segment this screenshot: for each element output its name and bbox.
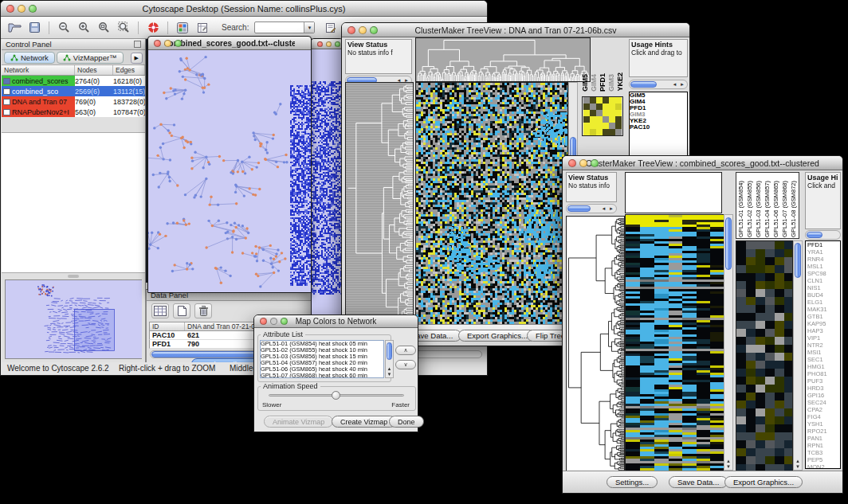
hints-hscrollbar[interactable]: [805, 230, 841, 240]
attribute-list[interactable]: GPL51-01 (GSM854) heat shock 05 minGPL51…: [260, 340, 384, 378]
gene-list-item[interactable]: YSH1: [807, 420, 840, 428]
control-panel-tab[interactable]: Network: [4, 52, 55, 64]
gene-list-item[interactable]: ELG1: [807, 299, 840, 306]
zoom-button[interactable]: [175, 40, 182, 47]
gene-list-item[interactable]: HMG1: [807, 363, 840, 370]
window-titlebar[interactable]: ClusterMaker TreeView : DNA and Tran 07-…: [342, 23, 689, 37]
import-table-button[interactable]: [194, 19, 211, 37]
gene-list-item[interactable]: VIP1: [807, 334, 840, 342]
network-tree-area[interactable]: [2, 132, 145, 273]
close-button[interactable]: [317, 41, 323, 47]
more-tabs-button[interactable]: ▶: [131, 53, 143, 64]
create-vizmap-button[interactable]: Create Vizmap: [332, 416, 396, 428]
speed-slider-thumb[interactable]: [332, 391, 340, 400]
close-button[interactable]: [347, 26, 355, 34]
export-graphics-button[interactable]: Export Graphics...: [724, 476, 803, 488]
move-down-button[interactable]: ∨: [395, 360, 416, 369]
gene-list-item[interactable]: KAP95: [807, 320, 840, 327]
window-titlebar[interactable]: ClusterMaker TreeView : combined_scores_…: [563, 156, 842, 170]
scrollbar-arrows[interactable]: ▲▼: [386, 366, 393, 377]
help-lifering-icon[interactable]: [144, 19, 162, 37]
close-button[interactable]: [260, 318, 267, 325]
scrollbar-thumb[interactable]: [807, 232, 822, 238]
zoom-in-button[interactable]: [75, 19, 92, 37]
plugins-button[interactable]: [174, 19, 191, 37]
gene-list-item[interactable]: SEC24: [807, 399, 840, 406]
close-button[interactable]: [568, 159, 576, 167]
scrollbar-thumb[interactable]: [387, 342, 392, 360]
network-overview-canvas[interactable]: [6, 280, 142, 358]
float-panel-icon[interactable]: [134, 41, 141, 48]
gene-list-item[interactable]: HAP3: [807, 327, 840, 334]
zoom-out-button[interactable]: [55, 19, 73, 37]
control-panel-tab[interactable]: VizMapper™: [57, 52, 124, 64]
gene-list-item[interactable]: PFD1: [807, 241, 840, 248]
gene-list-item[interactable]: PAN1: [807, 435, 840, 442]
splitter-handle[interactable]: [68, 275, 79, 278]
select-attributes-button[interactable]: [151, 303, 169, 318]
zoom-button[interactable]: [370, 26, 378, 34]
zoom-button[interactable]: [335, 41, 340, 47]
gene-list-item[interactable]: CPA2: [807, 406, 840, 413]
zoom-button[interactable]: [591, 159, 599, 167]
gene-list-item[interactable]: SEC1: [807, 356, 840, 363]
column-header-id[interactable]: ID: [150, 322, 185, 330]
chevron-down-icon[interactable]: ▼: [304, 22, 314, 33]
move-up-button[interactable]: ∧: [395, 346, 416, 355]
column-header-edges[interactable]: Edges: [113, 65, 145, 75]
gene-list-item[interactable]: MON2: [807, 463, 840, 469]
network-view-canvas[interactable]: [148, 50, 311, 292]
window-titlebar[interactable]: combined_scores_good.txt--cluste...: [148, 37, 311, 50]
scrollbar-thumb[interactable]: [795, 243, 801, 278]
network-table-row[interactable]: DNA and Tran 07 769(0) 183728(0): [2, 96, 145, 107]
export-graphics-button[interactable]: Export Graphics...: [458, 330, 536, 342]
close-button[interactable]: [154, 40, 161, 47]
gene-list-item[interactable]: GIM5: [630, 92, 687, 99]
gene-list-item[interactable]: PAC10: [630, 124, 687, 131]
done-button[interactable]: Done: [389, 416, 424, 428]
zoom-button[interactable]: [281, 318, 288, 325]
search-combobox[interactable]: ▼: [254, 21, 315, 33]
gene-list-item[interactable]: TCB3: [807, 449, 840, 456]
gene-list-item[interactable]: FIG4: [807, 413, 840, 420]
dense-network-canvas[interactable]: [312, 49, 342, 342]
gene-list-item[interactable]: YKE2: [630, 118, 687, 124]
gene-list-item[interactable]: PUF3: [807, 377, 840, 385]
status-hscrollbar[interactable]: ◄ ►: [566, 204, 617, 213]
scrollbar-thumb[interactable]: [567, 205, 591, 212]
delete-attribute-trash-icon[interactable]: [194, 303, 212, 318]
gene-list-item[interactable]: GIM4: [630, 99, 687, 105]
row-dendrogram-canvas[interactable]: [566, 216, 625, 472]
network-table-row[interactable]: combined_scores 2764(0) 16218(0): [2, 76, 145, 86]
gene-list-item[interactable]: NTR2: [807, 342, 840, 349]
gene-list-item[interactable]: SPC98: [807, 270, 840, 277]
heatmap-canvas[interactable]: [415, 82, 568, 327]
column-header-network[interactable]: Network: [2, 65, 75, 75]
gene-list-item[interactable]: PHO81: [807, 370, 840, 377]
gene-list-item[interactable]: GIM3: [630, 111, 687, 118]
scrollbar-arrows[interactable]: ▲▼: [724, 459, 732, 470]
scrollbar-thumb[interactable]: [725, 217, 732, 270]
hints-hscrollbar[interactable]: ◄ ►: [629, 80, 688, 89]
gene-list-item[interactable]: PFD1: [630, 105, 687, 111]
gene-list-item[interactable]: NIS1: [807, 284, 840, 291]
heatmap-vscrollbar[interactable]: ▲▼: [724, 214, 733, 471]
settings-button[interactable]: Settings...: [607, 476, 658, 488]
row-dendrogram-canvas[interactable]: [345, 82, 414, 327]
scrollbar-arrows[interactable]: ◄ ►: [672, 82, 687, 87]
minimize-button[interactable]: [164, 40, 171, 47]
zoom-fit-button[interactable]: [115, 19, 132, 37]
correlation-matrix-canvas[interactable]: [582, 96, 623, 136]
gene-list-item[interactable]: MSL1: [807, 263, 840, 270]
attribute-list-vscrollbar[interactable]: ▲▼: [385, 340, 394, 378]
gene-list-item[interactable]: MAK31: [807, 306, 840, 313]
gene-list-item[interactable]: GPI16: [807, 392, 840, 399]
minimize-button[interactable]: [326, 41, 332, 47]
gene-list-item[interactable]: MSI1: [807, 349, 840, 356]
column-dendrogram-area[interactable]: [625, 172, 722, 213]
network-table-row[interactable]: combined_sco 2569(6) 13112(15): [2, 86, 145, 96]
gene-list-item[interactable]: RPO21: [807, 428, 840, 435]
dialog-titlebar[interactable]: Map Colors to Network: [254, 315, 418, 328]
minimize-button[interactable]: [579, 159, 587, 167]
gene-list-item[interactable]: PEP5: [807, 456, 840, 463]
